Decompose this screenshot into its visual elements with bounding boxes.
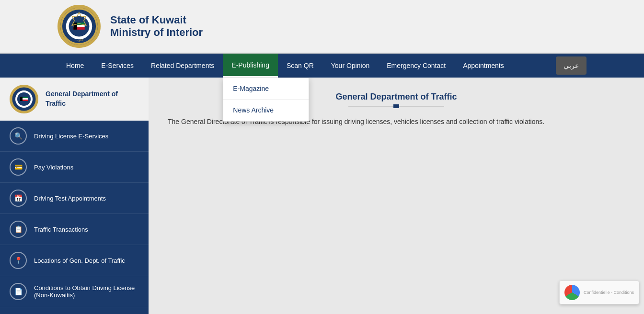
sidebar-menu: 🔍 Driving License E-Services 💳 Pay Viola… (0, 121, 149, 307)
driving-test-icon: 📅 (10, 190, 27, 207)
epublishing-dropdown: E-Magazine News Archive (223, 78, 309, 122)
nav-scan-qr[interactable]: Scan QR (278, 54, 322, 78)
conditions-icon: 📄 (10, 283, 27, 300)
title-underline (348, 106, 444, 107)
sidebar-item-conditions[interactable]: 📄 Conditions to Obtain Driving License (… (0, 276, 149, 307)
locations-icon: 📍 (10, 252, 27, 269)
recaptcha-text: Confidentielle - Conditions (584, 290, 634, 295)
sidebar-label-conditions: Conditions to Obtain Driving License (No… (34, 284, 139, 299)
sidebar-item-driving-test[interactable]: 📅 Driving Test Appointments (0, 183, 149, 214)
dropdown-emagazine[interactable]: E-Magazine (223, 78, 309, 100)
sidebar: General Department of Traffic 🔍 Driving … (0, 78, 149, 314)
sidebar-label-locations: Locations of Gen. Dept. of Traffic (34, 257, 125, 264)
dept-logo (10, 85, 38, 113)
traffic-transactions-icon: 📋 (10, 221, 27, 238)
svg-rect-15 (20, 97, 23, 101)
nav-related-departments[interactable]: Related Departments (142, 54, 223, 78)
nav-eservices[interactable]: E-Services (92, 54, 142, 78)
sidebar-item-pay-violations[interactable]: 💳 Pay Violations (0, 152, 149, 183)
nav-appointments[interactable]: Appointments (454, 54, 513, 78)
sidebar-label-pay-violations: Pay Violations (34, 164, 73, 171)
recaptcha-widget: Confidentielle - Conditions (559, 280, 639, 304)
nav-arabic-button[interactable]: عربي (556, 56, 586, 75)
sidebar-item-locations[interactable]: 📍 Locations of Gen. Dept. of Traffic (0, 245, 149, 276)
title-line1: State of Kuwait (110, 14, 203, 26)
pay-violations-icon: 💳 (10, 158, 27, 176)
nav-home[interactable]: Home (58, 54, 92, 78)
content-area: General Department of Traffic 🔍 Driving … (0, 78, 644, 314)
nav-epublishing-wrapper: E-Publishing E-Magazine News Archive (223, 54, 278, 78)
svg-text:الكويت: الكويت (75, 39, 83, 42)
sidebar-dept-name: General Department of Traffic (46, 90, 139, 108)
nav-emergency-contact[interactable]: Emergency Contact (378, 54, 454, 78)
sidebar-label-traffic-transactions: Traffic Transactions (34, 226, 88, 233)
driving-license-icon: 🔍 (10, 127, 27, 145)
sidebar-item-traffic-transactions[interactable]: 📋 Traffic Transactions (0, 214, 149, 245)
title-line2: Ministry of Interior (110, 26, 203, 39)
page-header: الكويت State of Kuwait Ministry of Inter… (0, 0, 644, 54)
dropdown-news-archive[interactable]: News Archive (223, 100, 309, 121)
sidebar-label-driving-license: Driving License E-Services (34, 133, 108, 140)
logo-svg: الكويت (60, 8, 98, 45)
dept-logo-svg (11, 86, 37, 112)
main-navbar: Home E-Services Related Departments E-Pu… (0, 54, 644, 78)
sidebar-item-driving-license[interactable]: 🔍 Driving License E-Services (0, 121, 149, 152)
sidebar-label-driving-test: Driving Test Appointments (34, 195, 106, 202)
svg-rect-6 (73, 22, 77, 30)
recaptcha-logo (564, 285, 580, 300)
nav-your-opinion[interactable]: Your Opinion (322, 54, 378, 78)
nav-epublishing[interactable]: E-Publishing (223, 54, 278, 78)
sidebar-header: General Department of Traffic (0, 78, 149, 121)
ministry-logo: الكويت (58, 5, 101, 48)
site-title: State of Kuwait Ministry of Interior (110, 14, 203, 39)
